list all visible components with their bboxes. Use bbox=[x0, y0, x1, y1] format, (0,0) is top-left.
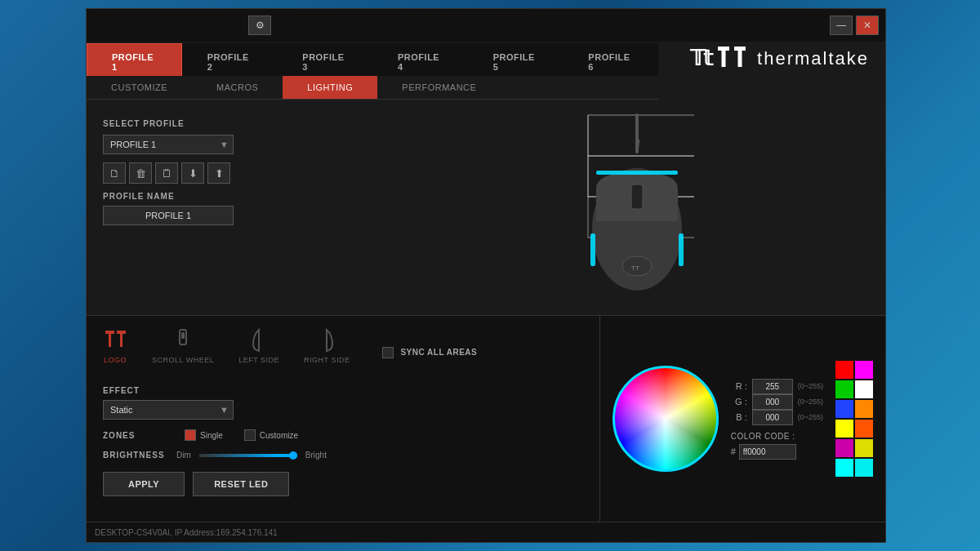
right-zone-icon bbox=[318, 328, 335, 353]
swatch-11[interactable] bbox=[835, 459, 853, 477]
swatch-5[interactable] bbox=[835, 400, 853, 418]
zones-single-option[interactable]: Single bbox=[185, 429, 223, 441]
zones-radio-group: Single Customize bbox=[185, 429, 298, 441]
svg-rect-19 bbox=[109, 334, 111, 347]
effect-select-container: Static Pulse Flash ▼ bbox=[103, 400, 234, 420]
zone-right[interactable]: RIGHT SIDE bbox=[304, 328, 350, 364]
mouse-svg: TT bbox=[514, 107, 694, 311]
profile-name-input[interactable]: PROFILE 1 bbox=[103, 206, 234, 225]
brand-name: thermaltake bbox=[757, 48, 869, 69]
app-window: 𝕋𝕥 thermaltake ⚙ — ✕ PROFILE 1 PROFILE 2… bbox=[86, 8, 886, 543]
svg-rect-2 bbox=[734, 47, 746, 51]
toolbar-import-btn[interactable]: ⬇ bbox=[181, 162, 204, 184]
swatch-10[interactable] bbox=[855, 439, 873, 457]
toolbar: 🗋 🗑 🗒 ⬇ ⬆ bbox=[103, 162, 307, 184]
rgb-r-row: R : (0~255) bbox=[731, 379, 823, 394]
svg-rect-12 bbox=[596, 171, 678, 175]
brand-area: 𝕋𝕥 thermaltake bbox=[690, 46, 869, 71]
zone-icons: LOGO SCROLL WHEEL bbox=[103, 328, 350, 364]
svg-rect-20 bbox=[117, 331, 126, 334]
sync-checkbox[interactable] bbox=[382, 347, 394, 358]
g-input[interactable] bbox=[752, 394, 793, 410]
b-range: (0~255) bbox=[798, 413, 823, 421]
zones-label: ZONES bbox=[103, 431, 168, 440]
scroll-zone-label: SCROLL WHEEL bbox=[152, 356, 214, 364]
swatch-4[interactable] bbox=[855, 380, 873, 398]
r-input[interactable] bbox=[752, 379, 793, 394]
swatch-9[interactable] bbox=[835, 439, 853, 457]
swatch-12[interactable] bbox=[855, 459, 873, 477]
mouse-area: TT bbox=[323, 103, 885, 315]
svg-text:TT: TT bbox=[631, 264, 639, 272]
zone-icons-row: LOGO SCROLL WHEEL bbox=[103, 328, 583, 376]
zones-single-label: Single bbox=[200, 431, 223, 440]
swatch-8[interactable] bbox=[855, 420, 873, 438]
brightness-slider[interactable] bbox=[199, 454, 297, 457]
nav-tabs: CUSTOMIZE MACROS LIGHTING PERFORMANCE bbox=[87, 76, 658, 100]
swatch-2[interactable] bbox=[855, 361, 873, 379]
bottom-panel: LOGO SCROLL WHEEL bbox=[87, 315, 885, 522]
settings-button[interactable]: ⚙ bbox=[248, 16, 271, 35]
tt-logo-svg bbox=[718, 47, 751, 71]
toolbar-delete-btn[interactable]: 🗑 bbox=[129, 162, 152, 184]
svg-rect-21 bbox=[120, 334, 122, 347]
zones-customize-option[interactable]: Customize bbox=[244, 429, 298, 441]
nav-tab-customize[interactable]: CUSTOMIZE bbox=[87, 76, 192, 99]
svg-rect-11 bbox=[679, 233, 684, 266]
svg-rect-0 bbox=[718, 47, 729, 51]
brightness-bright-label: Bright bbox=[305, 451, 327, 460]
zones-customize-radio[interactable] bbox=[244, 429, 256, 441]
reset-led-button[interactable]: RESET LED bbox=[193, 472, 289, 496]
left-zone-icon bbox=[251, 328, 267, 353]
b-label: B : bbox=[731, 412, 747, 422]
close-button[interactable]: ✕ bbox=[856, 16, 879, 35]
profile-name-label: PROFILE NAME bbox=[103, 192, 307, 201]
swatch-6[interactable] bbox=[855, 400, 873, 418]
swatch-1[interactable] bbox=[835, 361, 853, 379]
zone-scroll[interactable]: SCROLL WHEEL bbox=[152, 328, 214, 364]
nav-tab-macros[interactable]: MACROS bbox=[192, 76, 283, 99]
minimize-button[interactable]: — bbox=[830, 16, 853, 35]
zones-row: ZONES Single Customize bbox=[103, 429, 583, 441]
r-label: R : bbox=[731, 381, 747, 391]
color-code-section: COLOR CODE : # bbox=[731, 432, 823, 460]
nav-tab-performance[interactable]: PERFORMANCE bbox=[377, 76, 501, 99]
svg-rect-4 bbox=[588, 115, 694, 156]
zone-left[interactable]: LEFT SIDE bbox=[238, 328, 279, 364]
nav-tab-lighting[interactable]: LIGHTING bbox=[283, 76, 377, 99]
status-text: DESKTOP-CS4V0AI, IP Address:169.254.176.… bbox=[95, 528, 278, 537]
zones-single-radio[interactable] bbox=[185, 429, 196, 441]
select-profile-label: SELECT PROFILE bbox=[103, 119, 307, 128]
swatch-3[interactable] bbox=[835, 380, 853, 398]
svg-rect-1 bbox=[722, 51, 726, 67]
svg-rect-23 bbox=[181, 332, 185, 339]
toolbar-copy-btn[interactable]: 🗒 bbox=[155, 162, 178, 184]
rgb-g-row: G : (0~255) bbox=[731, 394, 823, 410]
zone-logo[interactable]: LOGO bbox=[103, 328, 127, 364]
toolbar-export-btn[interactable]: ⬆ bbox=[207, 162, 230, 184]
zones-customize-label: Customize bbox=[260, 431, 298, 440]
brightness-thumb bbox=[289, 451, 297, 460]
color-code-input[interactable] bbox=[739, 444, 796, 460]
toolbar-new-btn[interactable]: 🗋 bbox=[103, 162, 126, 184]
svg-line-16 bbox=[637, 140, 639, 152]
logo-zone-icon bbox=[103, 328, 127, 353]
apply-button[interactable]: APPLY bbox=[103, 472, 185, 496]
tt-logo-icon: 𝕋𝕥 bbox=[690, 46, 711, 71]
svg-rect-3 bbox=[738, 51, 742, 67]
desktop: 𝕋𝕥 thermaltake ⚙ — ✕ PROFILE 1 PROFILE 2… bbox=[0, 0, 980, 551]
effect-select[interactable]: Static Pulse Flash bbox=[103, 400, 234, 420]
r-range: (0~255) bbox=[798, 382, 823, 390]
sync-area: SYNC ALL AREAS bbox=[382, 347, 477, 358]
sync-label: SYNC ALL AREAS bbox=[400, 348, 477, 357]
swatch-7[interactable] bbox=[835, 420, 853, 438]
color-wheel[interactable] bbox=[612, 366, 719, 472]
b-input[interactable] bbox=[752, 410, 793, 425]
rgb-b-row: B : (0~255) bbox=[731, 410, 823, 425]
hash-symbol: # bbox=[731, 447, 736, 456]
title-bar: 𝕋𝕥 thermaltake ⚙ — ✕ bbox=[87, 9, 885, 42]
logo-zone-label: LOGO bbox=[104, 356, 127, 364]
svg-rect-10 bbox=[590, 233, 595, 266]
left-zone-label: LEFT SIDE bbox=[238, 356, 279, 364]
profile-select[interactable]: PROFILE 1 PROFILE 2 bbox=[103, 135, 234, 154]
